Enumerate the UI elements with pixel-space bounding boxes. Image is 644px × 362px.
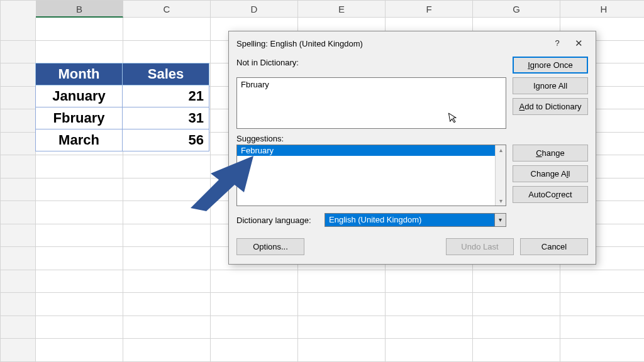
cell[interactable] [36,224,123,248]
cell[interactable] [473,316,560,339]
options-button[interactable]: Options... [236,238,304,255]
cell[interactable] [473,270,560,293]
chevron-down-icon[interactable]: ▾ [494,214,506,226]
not-in-dictionary-textbox[interactable]: Fbruary [236,77,506,129]
dictionary-language-select[interactable]: English (United Kingdom) ▾ [325,213,506,227]
cell[interactable] [560,339,644,362]
cell[interactable] [123,339,211,362]
cell[interactable] [560,270,644,293]
cell[interactable] [211,316,298,339]
cell[interactable] [560,316,644,339]
row-header[interactable] [1,224,36,248]
col-header-d[interactable]: D [211,1,298,18]
change-all-button[interactable]: Change All [513,165,588,182]
col-header-f[interactable]: F [386,1,473,18]
row-header[interactable] [1,41,36,64]
cell[interactable] [36,270,123,293]
cell[interactable] [473,339,560,362]
dialog-titlebar[interactable]: Spelling: English (United Kingdom) ? ✕ [229,31,596,54]
cell[interactable] [560,293,644,316]
cell[interactable] [386,293,473,316]
scrollbar[interactable]: ▴ ▾ [495,145,506,206]
col-header-b[interactable]: B [36,1,123,18]
cell[interactable] [36,247,123,270]
ignore-all-button[interactable]: Ignore All [513,77,588,94]
dialog-title: Spelling: English (United Kingdom) [236,39,547,48]
row-header[interactable] [1,155,36,178]
cell[interactable] [123,316,211,339]
cell[interactable] [36,293,123,316]
row-header[interactable] [1,133,36,156]
cell[interactable] [36,201,123,224]
scroll-up-icon[interactable]: ▴ [499,146,502,153]
cancel-button[interactable]: Cancel [520,238,588,255]
table-row[interactable]: January 21 [36,85,209,107]
cell-sales[interactable]: 31 [123,107,209,129]
cell[interactable] [211,339,298,362]
col-header-e[interactable]: E [298,1,386,18]
cell[interactable] [36,155,123,178]
row-header[interactable] [1,316,36,339]
cell[interactable] [473,293,560,316]
cell[interactable] [36,339,123,362]
cell[interactable] [36,316,123,339]
cell[interactable] [211,270,298,293]
cell[interactable] [386,316,473,339]
cell[interactable] [123,155,211,178]
header-month: Month [36,63,123,85]
add-to-dictionary-button[interactable]: Add to Dictionary [513,98,588,115]
col-header-h[interactable]: H [560,1,644,18]
cell[interactable] [386,270,473,293]
row-header[interactable] [1,201,36,224]
row-header[interactable] [1,109,36,133]
row-header[interactable] [1,247,36,270]
row-header[interactable] [1,87,36,110]
row-header[interactable] [1,293,36,316]
cell-month[interactable]: March [36,129,123,151]
close-button[interactable]: ✕ [568,36,589,50]
col-header-c[interactable]: C [123,1,211,18]
not-in-dictionary-label: Not in Dictionary: [236,58,506,76]
suggestion-item[interactable]: February [237,145,506,156]
table-row[interactable]: Fbruary 31 [36,107,209,129]
cell[interactable] [123,224,211,248]
table-row[interactable]: March 56 [36,129,209,151]
autocorrect-button[interactable]: AutoCorrect [513,186,588,203]
undo-last-button: Undo Last [446,238,514,255]
row-header[interactable] [1,63,36,87]
suggestions-listbox[interactable]: February ▴ ▾ [236,145,506,206]
help-button[interactable]: ? [547,36,568,50]
cell[interactable] [123,270,211,293]
cell[interactable] [123,201,211,224]
cell[interactable] [36,18,123,41]
row-header[interactable] [1,178,36,202]
col-header-g[interactable]: G [473,1,560,18]
cell[interactable] [123,247,211,270]
row-header[interactable] [1,270,36,293]
scroll-down-icon[interactable]: ▾ [499,197,502,204]
cell-month[interactable]: Fbruary [36,107,123,129]
row-header[interactable] [1,339,36,362]
cell[interactable] [386,339,473,362]
cell-sales[interactable]: 21 [123,85,209,107]
cell[interactable] [298,293,386,316]
cell[interactable] [123,293,211,316]
cell[interactable] [298,270,386,293]
row-header[interactable] [1,18,36,41]
data-table: Month Sales January 21 Fbruary 31 March … [35,63,209,151]
cell-sales[interactable]: 56 [123,129,209,151]
cell[interactable] [298,316,386,339]
cell[interactable] [36,41,123,64]
cell[interactable] [123,18,211,41]
suggestions-label: Suggestions: [236,134,506,143]
ignore-once-button[interactable]: IIgnore Oncegnore Once [513,57,588,74]
cell[interactable] [36,178,123,202]
cell[interactable] [123,41,211,64]
cell[interactable] [211,293,298,316]
dictionary-language-label: Dictionary language: [236,216,325,225]
change-button[interactable]: Change [513,145,588,162]
cell[interactable] [298,339,386,362]
cell[interactable] [123,178,211,202]
select-all-corner[interactable] [1,1,36,18]
cell-month[interactable]: January [36,85,123,107]
